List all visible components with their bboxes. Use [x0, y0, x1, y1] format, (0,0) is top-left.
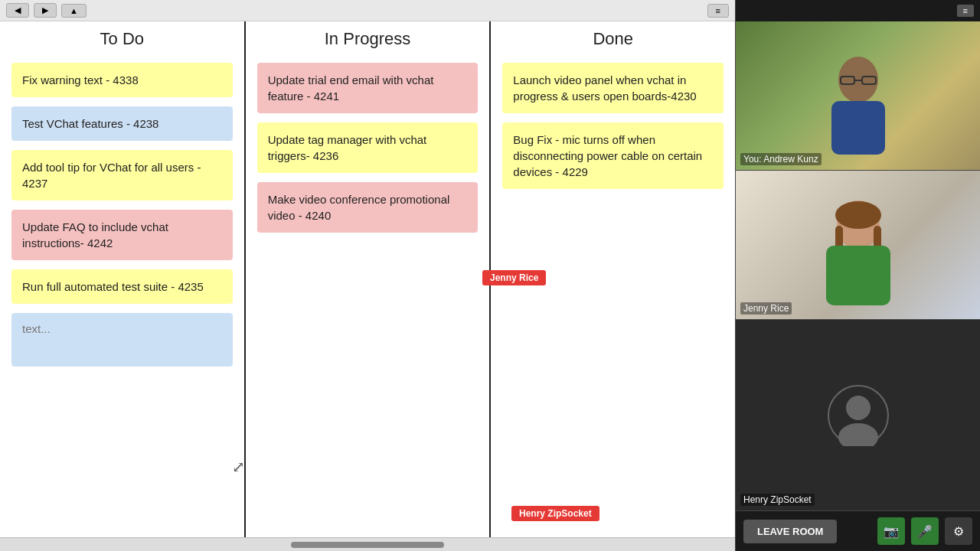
camera-icon: 📷: [884, 524, 899, 539]
mic-icon: 🎤: [917, 524, 933, 539]
person-shape-jenny: [820, 198, 897, 305]
board-area: To Do Fix warning text - 4338 Test VChat…: [0, 21, 735, 537]
column-inprogress-header: In Progress: [257, 29, 479, 54]
video-tile-jenny: Jenny Rice: [736, 171, 980, 320]
svg-point-12: [838, 423, 878, 446]
video-panel: ≡ You: Andrew Kunz Jenny Rice: [735, 0, 980, 551]
settings-button[interactable]: ⚙: [945, 517, 972, 545]
card-done-2[interactable]: Bug Fix - mic turns off when disconnecti…: [502, 122, 724, 189]
video-tile-henry: Henry ZipSocket: [736, 320, 980, 511]
column-todo: To Do Fix warning text - 4338 Test VChat…: [0, 21, 244, 537]
tag-jenny-rice[interactable]: Jenny Rice: [482, 270, 546, 285]
toolbar: ◀ ▶ ▲ ≡: [0, 0, 735, 21]
video-toggle-button[interactable]: 📷: [877, 517, 905, 545]
new-card-input[interactable]: [11, 313, 233, 367]
card-todo-5[interactable]: Run full automated test suite - 4235: [11, 269, 233, 304]
jenny-name-tag: Jenny Rice: [740, 302, 792, 315]
video-bg-henry: [736, 320, 980, 510]
person-shape-andrew: [824, 55, 893, 155]
svg-rect-1: [831, 101, 885, 155]
video-top-bar: ≡: [736, 0, 980, 21]
bottom-controls: LEAVE ROOM 📷 🎤 ⚙: [736, 511, 980, 551]
leave-room-button[interactable]: LEAVE ROOM: [743, 520, 837, 543]
forward-button[interactable]: ▶: [34, 3, 57, 18]
menu-button[interactable]: ≡: [707, 4, 729, 18]
control-buttons: 📷 🎤 ⚙: [877, 517, 972, 545]
column-inprogress: In Progress Update trial end email with …: [246, 21, 490, 537]
column-todo-header: To Do: [11, 29, 233, 54]
kanban-board: ◀ ▶ ▲ ≡ To Do Fix warning text - 4338 Te…: [0, 0, 735, 551]
svg-point-11: [846, 396, 871, 420]
card-todo-3[interactable]: Add tool tip for VChat for all users - 4…: [11, 150, 233, 201]
video-menu-btn[interactable]: ≡: [957, 5, 974, 17]
henry-name-tag: Henry ZipSocket: [740, 494, 815, 506]
card-todo-2[interactable]: Test VChat features - 4238: [11, 106, 233, 141]
horizontal-scrollbar[interactable]: [0, 537, 735, 551]
card-ip-3[interactable]: Make video conference promotional video …: [257, 182, 479, 233]
card-todo-1[interactable]: Fix warning text - 4338: [11, 63, 233, 97]
settings-icon: ⚙: [953, 524, 964, 539]
tag-henry-zipsocket[interactable]: Henry ZipSocket: [511, 506, 599, 521]
card-ip-1[interactable]: Update trial end email with vchat featur…: [257, 63, 479, 113]
card-ip-2[interactable]: Update tag manager with vchat triggers- …: [257, 122, 479, 173]
svg-rect-9: [826, 246, 890, 305]
drag-cursor-icon: ⤢: [232, 458, 245, 476]
scroll-handle[interactable]: [291, 542, 444, 548]
andrew-name-tag: You: Andrew Kunz: [740, 153, 822, 165]
mic-toggle-button[interactable]: 🎤: [911, 517, 939, 545]
card-done-1[interactable]: Launch video panel when vchat in progres…: [502, 63, 724, 113]
card-todo-4[interactable]: Update FAQ to include vchat instructions…: [11, 210, 233, 260]
back-button[interactable]: ◀: [6, 3, 29, 18]
svg-point-6: [835, 201, 881, 229]
video-tile-andrew: You: Andrew Kunz: [736, 21, 980, 171]
avatar-icon: [828, 385, 889, 446]
column-done-header: Done: [502, 29, 724, 54]
up-button[interactable]: ▲: [61, 4, 87, 18]
